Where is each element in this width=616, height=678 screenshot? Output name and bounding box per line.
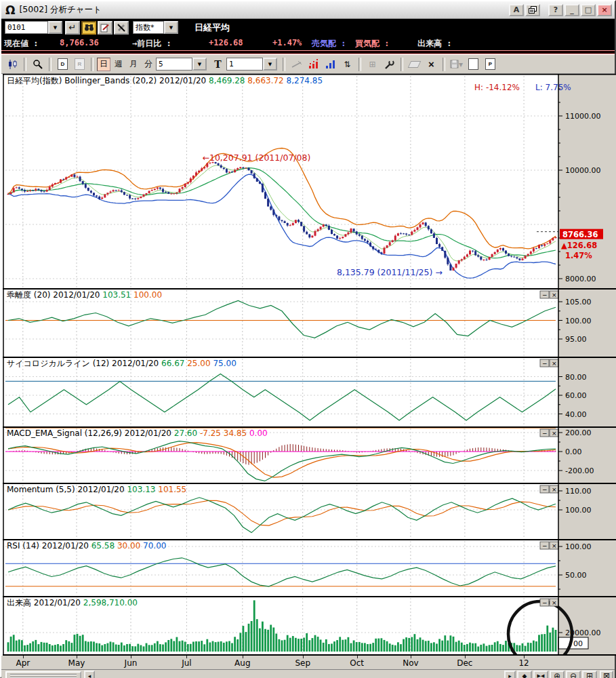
svg-text:−: − — [542, 360, 548, 367]
candlestick-icon — [7, 59, 18, 70]
chevron-down-icon[interactable]: ▼ — [48, 21, 62, 34]
svg-text:11000.00: 11000.00 — [565, 112, 601, 121]
period-monthly-button[interactable]: 月 — [127, 58, 140, 71]
svg-text:110.00: 110.00 — [565, 487, 592, 496]
page-d-button[interactable]: D — [55, 57, 70, 72]
svg-text:10000.00: 10000.00 — [565, 166, 601, 175]
market-select[interactable]: 指数* — [133, 21, 164, 34]
eraser-button[interactable] — [407, 57, 422, 72]
interval-combo[interactable]: 1 ▼ — [226, 58, 277, 71]
x-axis-label: Oct — [350, 658, 364, 668]
panel-separator — [3, 426, 616, 428]
page-p-icon: P — [485, 58, 495, 70]
x-axis-label: May — [68, 658, 85, 668]
symbol-bar: 0101 ▼ ↵ 指数* ▼ 日経平均 — [1, 19, 615, 36]
market-combo[interactable]: 指数* ▼ — [133, 21, 178, 34]
svg-text:100.00: 100.00 — [565, 542, 592, 551]
save-button[interactable]: ▾ — [449, 57, 464, 72]
chart-toolbar: D R 日 週 月 分 5 ▼ T 1 ▼ ⇅ ⊞ × — [1, 54, 615, 74]
no-draw-button[interactable] — [114, 21, 129, 35]
minimize-button[interactable]: _ — [564, 4, 579, 16]
font-button[interactable]: A — [509, 4, 524, 16]
panel-header: Momentum (5,5) 2012/01/20 103.13 101.55 — [7, 485, 186, 494]
edit-button[interactable] — [98, 21, 112, 35]
svg-text:80.00: 80.00 — [565, 373, 587, 382]
x-axis: AprMayJunJulAugSepOctNovDec12 — [1, 656, 615, 669]
svg-text:←10,207.91 (2011/07/08): ←10,207.91 (2011/07/08) — [202, 153, 310, 163]
chevron-down-icon[interactable]: ▼ — [164, 21, 178, 34]
page-r-icon: R — [75, 58, 85, 70]
svg-text:0.00: 0.00 — [565, 447, 582, 456]
text-tool-button[interactable]: T — [210, 57, 226, 72]
svg-text:L: 7.75%: L: 7.75% — [535, 83, 571, 92]
collapse-button[interactable]: ▶◀ — [533, 671, 548, 678]
svg-text:×: × — [552, 599, 557, 606]
search-button[interactable] — [81, 21, 96, 35]
help-button[interactable]: ? — [548, 4, 563, 16]
svg-text:-200.00: -200.00 — [565, 466, 594, 475]
binoculars-icon — [84, 23, 94, 32]
panel-separator — [3, 357, 616, 358]
chart-canvas[interactable]: 11000.0010000.008000.00105.00100.0095.00… — [3, 74, 616, 656]
svg-text:−: − — [542, 430, 548, 437]
chevron-down-icon[interactable]: ▼ — [192, 58, 207, 71]
maximize-button[interactable]: □ — [581, 4, 596, 16]
scroll-left-button[interactable]: ◂ — [84, 671, 95, 678]
close-button[interactable]: × — [597, 4, 612, 16]
panel-separator — [3, 288, 616, 290]
volume-label: 出来高 : — [417, 38, 451, 49]
period-weekly-button[interactable]: 週 — [112, 58, 125, 71]
zoom-out-button[interactable]: ⊖ — [566, 671, 581, 678]
sort-updown-button[interactable]: ⇅ — [340, 57, 355, 72]
scrollbar-thumb[interactable] — [5, 671, 81, 678]
period-value-select[interactable]: 5 — [156, 58, 192, 71]
page-r-button[interactable]: R — [72, 57, 87, 72]
settings-button[interactable] — [382, 57, 397, 72]
zoom-icon — [33, 59, 43, 70]
period-daily-button[interactable]: 日 — [97, 58, 110, 71]
panel-separator — [3, 74, 616, 75]
candlestick-chart-button[interactable] — [5, 57, 20, 72]
scroll-right-button[interactable]: ▸ — [504, 671, 516, 678]
zoom-in-button[interactable]: ⊕ — [550, 671, 564, 678]
symbol-code-combo[interactable]: 0101 ▼ — [5, 21, 62, 34]
title-bar[interactable]: Ω [5002] 分析チャート A ? _ □ × — [1, 1, 615, 19]
svg-text:200.00: 200.00 — [565, 428, 592, 437]
chevron-down-icon[interactable]: ▼ — [263, 58, 277, 71]
enter-button[interactable]: ↵ — [65, 21, 80, 35]
interval-select[interactable]: 1 — [226, 58, 263, 71]
x-axis-label: Dec — [457, 658, 472, 668]
new-page-button[interactable] — [466, 57, 481, 72]
panel-separator — [3, 483, 616, 484]
period-value-combo[interactable]: 5 ▼ — [156, 58, 207, 71]
page-p-button[interactable]: P — [482, 57, 498, 72]
blue-histogram-button[interactable] — [323, 57, 338, 72]
period-minute-button[interactable]: 分 — [142, 58, 155, 71]
trendline-button[interactable] — [289, 57, 304, 72]
horizontal-scrollbar[interactable]: ◂ ▸ ◆ ▶◀ ⊕ ⊖ ⊞ ⊠ — [1, 669, 615, 678]
red-bars-icon — [308, 59, 319, 69]
window-title: [5002] 分析チャート — [19, 4, 101, 16]
toolbar-separator — [24, 58, 26, 71]
clear-all-button[interactable]: × — [424, 57, 439, 72]
page-icon — [468, 58, 478, 70]
expand-button[interactable]: ◆ — [517, 671, 532, 678]
red-histogram-button[interactable] — [306, 57, 321, 72]
copy-window-button[interactable] — [525, 4, 540, 16]
grid-toggle-button[interactable]: ⊞ — [365, 57, 380, 72]
svg-text:−: − — [542, 542, 548, 549]
panel-header: 乖離度 (20) 2012/01/20 103.51 100.00 — [7, 290, 162, 300]
x-axis-label: Jul — [182, 658, 191, 668]
eraser-icon — [408, 61, 422, 68]
grid-button[interactable]: ⊞ — [582, 671, 597, 678]
svg-text:×: × — [552, 542, 557, 549]
x-axis-label: Aug — [234, 658, 250, 668]
panel-header: 出来高 2012/01/20 2,598,710.00 — [7, 598, 138, 607]
symbol-code-input[interactable]: 0101 — [5, 21, 48, 34]
close-box-button[interactable]: ⊠ — [600, 671, 613, 678]
panel-separator — [3, 539, 616, 540]
panel-header: 日経平均(指数) Bollinger_Bands (20,2) 2012/01/… — [7, 76, 323, 85]
current-price-value: 8,766.36 — [60, 38, 99, 47]
zoom-button[interactable] — [30, 57, 45, 72]
toolbar-separator — [401, 58, 403, 71]
